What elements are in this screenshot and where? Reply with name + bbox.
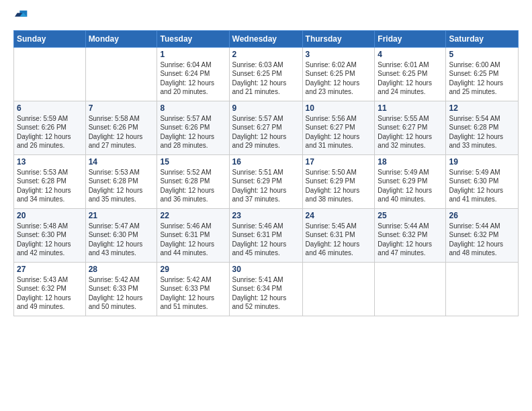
day-number: 5: [449, 50, 515, 59]
day-info: Sunrise: 6:00 AMSunset: 6:25 PMDaylight:…: [449, 60, 515, 97]
calendar-header-row: SundayMondayTuesdayWednesdayThursdayFrid…: [14, 30, 519, 47]
day-cell: 8Sunrise: 5:57 AMSunset: 6:26 PMDaylight…: [157, 101, 229, 154]
day-cell: 21Sunrise: 5:47 AMSunset: 6:30 PMDayligh…: [85, 208, 157, 262]
day-cell: 23Sunrise: 5:46 AMSunset: 6:31 PMDayligh…: [229, 208, 302, 262]
day-info: Sunrise: 5:52 AMSunset: 6:28 PMDaylight:…: [160, 168, 226, 204]
week-row-2: 6Sunrise: 5:59 AMSunset: 6:26 PMDaylight…: [14, 101, 519, 154]
day-number: 13: [17, 157, 83, 167]
day-number: 24: [306, 211, 372, 220]
day-number: 18: [378, 157, 443, 167]
day-cell: 27Sunrise: 5:43 AMSunset: 6:32 PMDayligh…: [14, 262, 86, 316]
day-info: Sunrise: 5:57 AMSunset: 6:27 PMDaylight:…: [232, 114, 300, 150]
week-row-5: 27Sunrise: 5:43 AMSunset: 6:32 PMDayligh…: [14, 262, 519, 316]
day-cell: 4Sunrise: 6:01 AMSunset: 6:25 PMDaylight…: [375, 47, 446, 101]
day-cell: 13Sunrise: 5:53 AMSunset: 6:28 PMDayligh…: [14, 154, 86, 208]
header: [13, 11, 519, 26]
day-cell: 6Sunrise: 5:59 AMSunset: 6:26 PMDaylight…: [14, 101, 86, 154]
day-info: Sunrise: 5:47 AMSunset: 6:30 PMDaylight:…: [89, 222, 154, 258]
day-cell: 20Sunrise: 5:48 AMSunset: 6:30 PMDayligh…: [14, 208, 86, 262]
day-info: Sunrise: 5:53 AMSunset: 6:28 PMDaylight:…: [89, 168, 154, 204]
day-number: 23: [232, 211, 300, 220]
day-cell: [14, 47, 86, 101]
day-cell: 1Sunrise: 6:04 AMSunset: 6:24 PMDaylight…: [157, 47, 229, 101]
logo-icon: [15, 8, 30, 23]
day-number: 6: [17, 103, 83, 113]
day-header-sunday: Sunday: [14, 30, 86, 47]
day-info: Sunrise: 5:42 AMSunset: 6:33 PMDaylight:…: [89, 275, 154, 312]
day-cell: 18Sunrise: 5:49 AMSunset: 6:29 PMDayligh…: [375, 154, 446, 208]
day-cell: 3Sunrise: 6:02 AMSunset: 6:25 PMDaylight…: [302, 47, 375, 101]
day-cell: 29Sunrise: 5:42 AMSunset: 6:33 PMDayligh…: [157, 262, 229, 316]
day-number: 22: [160, 211, 226, 220]
day-cell: 22Sunrise: 5:46 AMSunset: 6:31 PMDayligh…: [157, 208, 229, 262]
day-info: Sunrise: 5:41 AMSunset: 6:34 PMDaylight:…: [232, 275, 300, 312]
day-info: Sunrise: 5:44 AMSunset: 6:32 PMDaylight:…: [449, 222, 515, 258]
day-number: 27: [17, 265, 83, 274]
day-cell: 25Sunrise: 5:44 AMSunset: 6:32 PMDayligh…: [375, 208, 446, 262]
week-row-1: 1Sunrise: 6:04 AMSunset: 6:24 PMDaylight…: [14, 47, 519, 101]
day-number: 14: [89, 157, 154, 167]
day-cell: 30Sunrise: 5:41 AMSunset: 6:34 PMDayligh…: [229, 262, 302, 316]
day-number: 21: [89, 211, 154, 220]
day-number: 11: [378, 103, 443, 113]
day-number: 28: [89, 265, 154, 274]
day-cell: 28Sunrise: 5:42 AMSunset: 6:33 PMDayligh…: [85, 262, 157, 316]
calendar-page: SundayMondayTuesdayWednesdayThursdayFrid…: [0, 0, 532, 411]
day-info: Sunrise: 6:03 AMSunset: 6:25 PMDaylight:…: [232, 60, 300, 97]
day-info: Sunrise: 6:01 AMSunset: 6:25 PMDaylight:…: [378, 60, 443, 97]
day-number: 29: [160, 265, 226, 274]
day-cell: [375, 262, 446, 316]
week-row-3: 13Sunrise: 5:53 AMSunset: 6:28 PMDayligh…: [14, 154, 519, 208]
day-number: 10: [306, 103, 372, 113]
day-info: Sunrise: 5:48 AMSunset: 6:30 PMDaylight:…: [17, 222, 83, 258]
day-info: Sunrise: 5:55 AMSunset: 6:27 PMDaylight:…: [378, 114, 443, 150]
day-info: Sunrise: 5:49 AMSunset: 6:30 PMDaylight:…: [449, 168, 515, 204]
day-info: Sunrise: 5:46 AMSunset: 6:31 PMDaylight:…: [232, 222, 300, 258]
day-cell: 2Sunrise: 6:03 AMSunset: 6:25 PMDaylight…: [229, 47, 302, 101]
day-info: Sunrise: 5:44 AMSunset: 6:32 PMDaylight:…: [378, 222, 443, 258]
day-number: 7: [89, 103, 154, 113]
day-number: 8: [160, 103, 226, 113]
day-number: 4: [378, 50, 443, 59]
day-cell: [85, 47, 157, 101]
day-cell: 10Sunrise: 5:56 AMSunset: 6:27 PMDayligh…: [302, 101, 375, 154]
day-info: Sunrise: 5:51 AMSunset: 6:29 PMDaylight:…: [232, 168, 300, 204]
day-cell: 24Sunrise: 5:45 AMSunset: 6:31 PMDayligh…: [302, 208, 375, 262]
day-info: Sunrise: 5:50 AMSunset: 6:29 PMDaylight:…: [306, 168, 372, 204]
day-number: 12: [449, 103, 515, 113]
day-info: Sunrise: 5:43 AMSunset: 6:32 PMDaylight:…: [17, 275, 83, 312]
day-info: Sunrise: 5:54 AMSunset: 6:28 PMDaylight:…: [449, 114, 515, 150]
day-header-friday: Friday: [375, 30, 446, 47]
day-cell: 7Sunrise: 5:58 AMSunset: 6:26 PMDaylight…: [85, 101, 157, 154]
week-row-4: 20Sunrise: 5:48 AMSunset: 6:30 PMDayligh…: [14, 208, 519, 262]
day-info: Sunrise: 5:46 AMSunset: 6:31 PMDaylight:…: [160, 222, 226, 258]
day-number: 17: [306, 157, 372, 167]
day-cell: 5Sunrise: 6:00 AMSunset: 6:25 PMDaylight…: [446, 47, 519, 101]
day-number: 25: [378, 211, 443, 220]
day-header-thursday: Thursday: [302, 30, 375, 47]
day-info: Sunrise: 5:57 AMSunset: 6:26 PMDaylight:…: [160, 114, 226, 150]
day-header-saturday: Saturday: [446, 30, 519, 47]
day-number: 19: [449, 157, 515, 167]
day-header-wednesday: Wednesday: [229, 30, 302, 47]
day-info: Sunrise: 5:42 AMSunset: 6:33 PMDaylight:…: [160, 275, 226, 312]
day-cell: 11Sunrise: 5:55 AMSunset: 6:27 PMDayligh…: [375, 101, 446, 154]
day-number: 9: [232, 103, 300, 113]
day-number: 15: [160, 157, 226, 167]
day-info: Sunrise: 6:02 AMSunset: 6:25 PMDaylight:…: [306, 60, 372, 97]
day-cell: 15Sunrise: 5:52 AMSunset: 6:28 PMDayligh…: [157, 154, 229, 208]
day-number: 26: [449, 211, 515, 220]
day-number: 2: [232, 50, 300, 59]
day-cell: 16Sunrise: 5:51 AMSunset: 6:29 PMDayligh…: [229, 154, 302, 208]
day-cell: 17Sunrise: 5:50 AMSunset: 6:29 PMDayligh…: [302, 154, 375, 208]
day-info: Sunrise: 5:58 AMSunset: 6:26 PMDaylight:…: [89, 114, 154, 150]
day-info: Sunrise: 5:53 AMSunset: 6:28 PMDaylight:…: [17, 168, 83, 204]
day-info: Sunrise: 5:49 AMSunset: 6:29 PMDaylight:…: [378, 168, 443, 204]
day-number: 3: [306, 50, 372, 59]
day-info: Sunrise: 5:56 AMSunset: 6:27 PMDaylight:…: [306, 114, 372, 150]
day-info: Sunrise: 6:04 AMSunset: 6:24 PMDaylight:…: [160, 60, 226, 97]
logo: [13, 11, 30, 26]
day-cell: [446, 262, 519, 316]
day-number: 16: [232, 157, 300, 167]
day-cell: [302, 262, 375, 316]
